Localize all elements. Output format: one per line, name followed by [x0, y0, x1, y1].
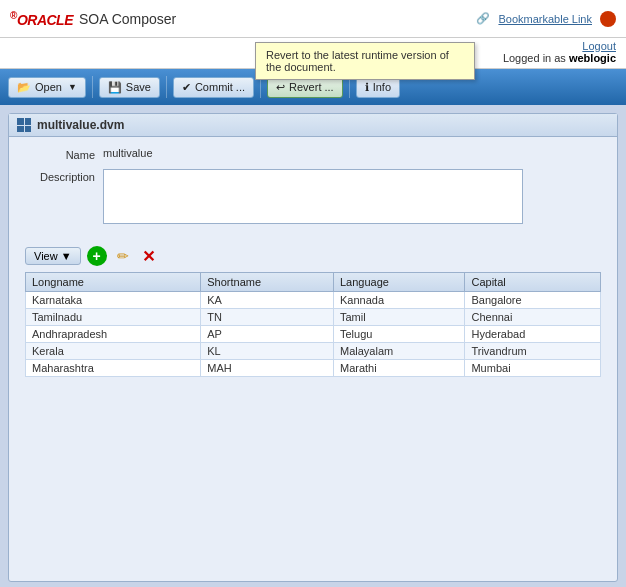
description-row: Description [25, 169, 601, 224]
save-button[interactable]: 💾 Save [99, 77, 160, 98]
name-value: multivalue [103, 147, 153, 159]
table-cell: Tamilnadu [26, 309, 201, 326]
table-cell: TN [201, 309, 334, 326]
header-left: ®ORACLE SOA Composer [10, 10, 176, 28]
table-cell: Malayalam [333, 343, 464, 360]
pencil-icon: ✏ [117, 248, 129, 264]
dropdown-arrow-icon: ▼ [68, 82, 77, 92]
table-row[interactable]: KarnatakaKAKannadaBangalore [26, 292, 601, 309]
delete-row-button[interactable]: ✕ [139, 246, 159, 266]
data-table: Longname Shortname Language Capital Karn… [25, 272, 601, 377]
table-row[interactable]: AndhrapradeshAPTeluguHyderabad [26, 326, 601, 343]
commit-icon: ✔ [182, 81, 191, 94]
table-cell: Mumbai [465, 360, 601, 377]
table-cell: AP [201, 326, 334, 343]
table-cell: Tamil [333, 309, 464, 326]
name-row: Name multivalue [25, 147, 601, 161]
col-longname: Longname [26, 273, 201, 292]
tooltip: Revert to the latest runtime version of … [255, 42, 475, 80]
bookmark-link[interactable]: Bookmarkable Link [498, 13, 592, 25]
oracle-logo: ®ORACLE [10, 10, 73, 28]
table-cell: Karnataka [26, 292, 201, 309]
header-right: 🔗 Bookmarkable Link [476, 11, 616, 27]
logged-in-text: Logged in as [503, 52, 566, 64]
col-language: Language [333, 273, 464, 292]
description-label: Description [25, 169, 95, 183]
table-cell: Marathi [333, 360, 464, 377]
table-controls: View ▼ + ✏ ✕ [9, 242, 617, 272]
table-cell: Kannada [333, 292, 464, 309]
table-cell: KA [201, 292, 334, 309]
table-cell: Andhrapradesh [26, 326, 201, 343]
table-row[interactable]: TamilnaduTNTamilChennai [26, 309, 601, 326]
link-icon: 🔗 [476, 12, 490, 25]
table-cell: Hyderabad [465, 326, 601, 343]
document-panel: multivalue.dvm Name multivalue Descripti… [8, 113, 618, 582]
table-cell: Bangalore [465, 292, 601, 309]
commit-button[interactable]: ✔ Commit ... [173, 77, 254, 98]
table-cell: Maharashtra [26, 360, 201, 377]
table-cell: KL [201, 343, 334, 360]
document-filename: multivalue.dvm [37, 118, 124, 132]
edit-row-button[interactable]: ✏ [113, 246, 133, 266]
view-button[interactable]: View ▼ [25, 247, 81, 265]
revert-icon: ↩ [276, 81, 285, 94]
col-shortname: Shortname [201, 273, 334, 292]
app-title: SOA Composer [79, 11, 176, 27]
form-area: Name multivalue Description [9, 137, 617, 242]
table-cell: Kerala [26, 343, 201, 360]
connection-indicator [600, 11, 616, 27]
open-button[interactable]: 📂 Open ▼ [8, 77, 86, 98]
name-label: Name [25, 147, 95, 161]
info-icon: ℹ [365, 81, 369, 94]
document-title-bar: multivalue.dvm [9, 114, 617, 137]
table-header-row: Longname Shortname Language Capital [26, 273, 601, 292]
table-cell: Trivandrum [465, 343, 601, 360]
table-cell: Chennai [465, 309, 601, 326]
username: weblogic [569, 52, 616, 64]
col-capital: Capital [465, 273, 601, 292]
view-dropdown-icon: ▼ [61, 250, 72, 262]
toolbar-divider-1 [92, 76, 93, 98]
header: ®ORACLE SOA Composer 🔗 Bookmarkable Link [0, 0, 626, 38]
add-row-button[interactable]: + [87, 246, 107, 266]
description-input[interactable] [103, 169, 523, 224]
save-icon: 💾 [108, 81, 122, 94]
toolbar-divider-2 [166, 76, 167, 98]
table-body: KarnatakaKAKannadaBangaloreTamilnaduTNTa… [26, 292, 601, 377]
content-area: multivalue.dvm Name multivalue Descripti… [0, 105, 626, 587]
x-icon: ✕ [142, 247, 155, 266]
table-cell: MAH [201, 360, 334, 377]
folder-icon: 📂 [17, 81, 31, 94]
table-cell: Telugu [333, 326, 464, 343]
logout-link[interactable]: Logout [582, 40, 616, 52]
grid-icon [17, 118, 31, 132]
table-row[interactable]: KeralaKLMalayalamTrivandrum [26, 343, 601, 360]
table-row[interactable]: MaharashtraMAHMarathiMumbai [26, 360, 601, 377]
